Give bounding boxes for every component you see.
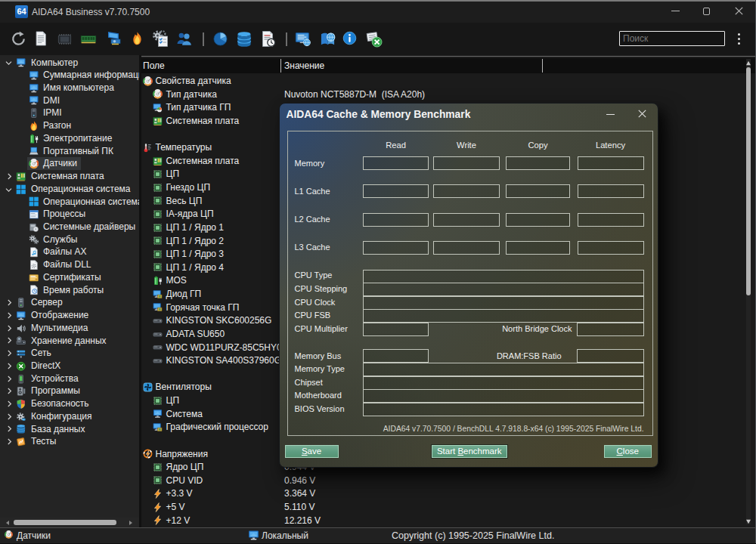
svg-text:CA: CA [23,419,26,420]
